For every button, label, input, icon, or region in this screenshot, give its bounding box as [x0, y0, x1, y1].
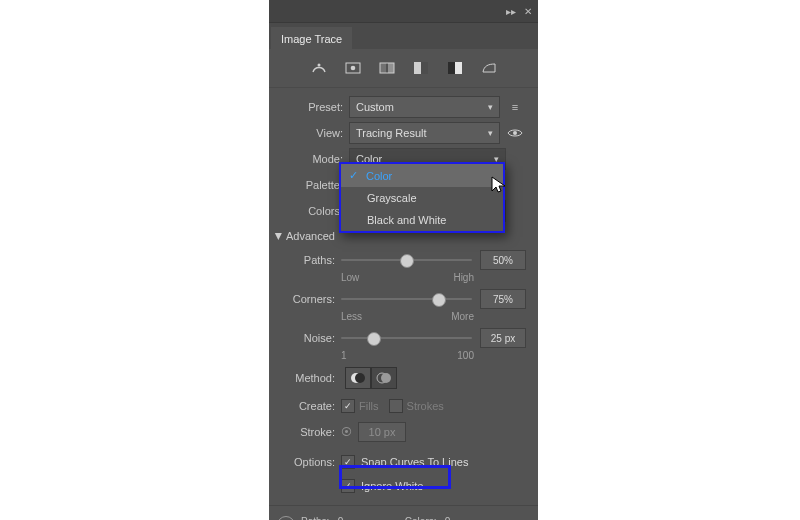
svg-point-0 [317, 64, 320, 67]
svg-point-14 [381, 373, 391, 383]
mode-option-color[interactable]: ✓ Color [341, 164, 503, 187]
options-snap-row: Options: ✓ Snap Curves To Lines [269, 445, 538, 475]
method-abutting-button[interactable] [345, 367, 371, 389]
footer-paths-value: 0 [338, 516, 344, 520]
black-white-icon[interactable] [442, 57, 468, 79]
noise-slider[interactable] [341, 331, 472, 345]
snap-curves-checkbox[interactable]: ✓ [341, 455, 355, 469]
preset-value: Custom [356, 101, 394, 113]
divider [269, 505, 538, 506]
corners-slider-row: Corners: 75% LessMore [269, 289, 538, 322]
trace-presets-iconrow [269, 49, 538, 88]
paths-value-field[interactable]: 50% [480, 250, 526, 270]
method-row: Method: [269, 361, 538, 391]
low-color-icon[interactable] [374, 57, 400, 79]
noise-low-legend: 1 [341, 350, 347, 361]
corners-label: Corners: [281, 293, 341, 305]
info-footer: i Paths: 0 Colors: 0 Anchors: 0 [269, 510, 538, 520]
footer-colors-value: 0 [445, 516, 451, 520]
image-trace-panel: ▸▸ ✕ Image Trace Preset: Custom ▾ ≡ View… [269, 0, 538, 520]
svg-point-12 [355, 373, 365, 383]
chevron-down-icon: ▾ [488, 102, 493, 112]
stroke-label: Stroke: [281, 426, 341, 438]
ignore-white-label: Ignore White [361, 480, 423, 492]
view-row: View: Tracing Result ▾ [277, 120, 530, 146]
view-dropdown[interactable]: Tracing Result ▾ [349, 122, 500, 144]
advanced-label: Advanced [286, 230, 335, 242]
noise-label: Noise: [281, 332, 341, 344]
strokes-label: Strokes [407, 400, 444, 412]
stroke-link-icon: ⦿ [341, 426, 352, 438]
auto-color-icon[interactable] [306, 57, 332, 79]
mode-option-color-label: Color [366, 170, 392, 182]
ignore-white-checkbox[interactable]: ✓ [341, 479, 355, 493]
paths-high-legend: High [453, 272, 474, 283]
options-ignore-row: ✓ Ignore White [269, 475, 538, 497]
method-label: Method: [281, 372, 341, 384]
svg-rect-7 [421, 62, 428, 74]
disclosure-triangle-icon: ▶ [274, 233, 284, 240]
preset-menu-icon[interactable]: ≡ [506, 98, 524, 116]
corners-slider[interactable] [341, 292, 472, 306]
strokes-checkbox [389, 399, 403, 413]
svg-point-2 [350, 66, 355, 71]
mode-dropdown-menu: ✓ Color Grayscale Black and White [339, 162, 505, 233]
corners-high-legend: More [451, 311, 474, 322]
stroke-value-field: 10 px [358, 422, 406, 442]
method-overlapping-button[interactable] [371, 367, 397, 389]
svg-rect-9 [455, 62, 462, 74]
preset-label: Preset: [277, 101, 349, 113]
create-row: Create: ✓ Fills Strokes [269, 391, 538, 419]
info-icon[interactable]: i [277, 516, 295, 520]
mode-option-bw-label: Black and White [367, 214, 446, 226]
noise-value-field[interactable]: 25 px [480, 328, 526, 348]
high-color-icon[interactable] [340, 57, 366, 79]
create-label: Create: [281, 400, 341, 412]
chevron-down-icon: ▾ [488, 128, 493, 138]
cursor-icon [491, 176, 507, 194]
corners-value-field[interactable]: 75% [480, 289, 526, 309]
svg-rect-5 [388, 63, 394, 73]
noise-high-legend: 100 [457, 350, 474, 361]
mode-option-grayscale-label: Grayscale [367, 192, 417, 204]
paths-slider-row: Paths: 50% LowHigh [269, 250, 538, 283]
svg-rect-3 [380, 63, 386, 73]
close-icon[interactable]: ✕ [524, 6, 532, 17]
mode-option-grayscale[interactable]: Grayscale [341, 187, 503, 209]
footer-paths-label: Paths: [301, 516, 329, 520]
tab-row: Image Trace [269, 23, 538, 49]
svg-rect-6 [414, 62, 421, 74]
svg-point-10 [513, 131, 517, 135]
fills-checkbox: ✓ [341, 399, 355, 413]
view-eye-icon[interactable] [506, 124, 524, 142]
stroke-row: Stroke: ⦿ 10 px [269, 419, 538, 445]
footer-colors-label: Colors: [405, 516, 437, 520]
paths-low-legend: Low [341, 272, 359, 283]
mode-option-bw[interactable]: Black and White [341, 209, 503, 231]
options-label: Options: [281, 456, 341, 468]
view-label: View: [277, 127, 349, 139]
svg-rect-8 [448, 62, 455, 74]
outline-icon[interactable] [476, 57, 502, 79]
snap-curves-label: Snap Curves To Lines [361, 456, 468, 468]
noise-slider-row: Noise: 25 px 1100 [269, 328, 538, 361]
preset-row: Preset: Custom ▾ ≡ [277, 94, 530, 120]
tab-image-trace[interactable]: Image Trace [271, 27, 352, 49]
panel-titlebar: ▸▸ ✕ [269, 0, 538, 23]
paths-label: Paths: [281, 254, 341, 266]
check-icon: ✓ [349, 169, 358, 182]
collapse-icon[interactable]: ▸▸ [506, 6, 516, 17]
fills-label: Fills [359, 400, 379, 412]
paths-slider[interactable] [341, 253, 472, 267]
corners-low-legend: Less [341, 311, 362, 322]
grayscale-icon[interactable] [408, 57, 434, 79]
preset-dropdown[interactable]: Custom ▾ [349, 96, 500, 118]
view-value: Tracing Result [356, 127, 427, 139]
